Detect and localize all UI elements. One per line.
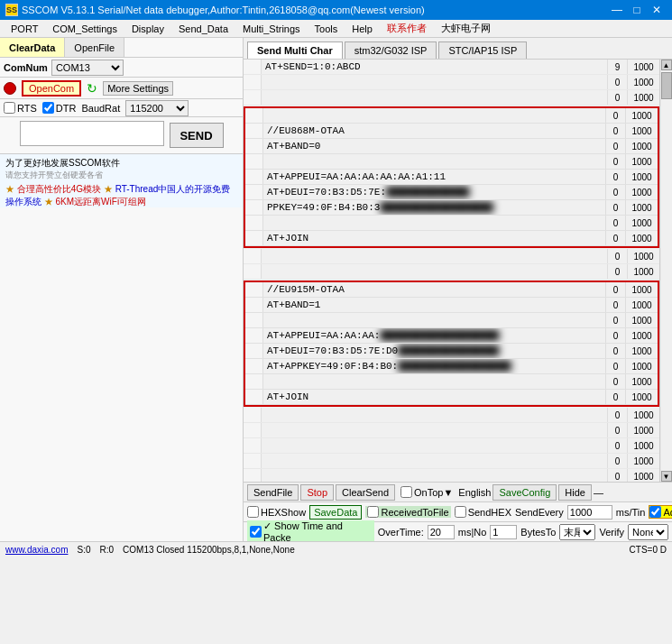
row-count[interactable]: 0	[605, 200, 625, 215]
row-count[interactable]: 0	[605, 344, 625, 358]
row-content[interactable]	[262, 469, 607, 482]
tab-openfile[interactable]: OpenFile	[65, 38, 124, 57]
vertical-scrollbar[interactable]: ▲ ▼	[659, 60, 672, 482]
row-count[interactable]: 0	[607, 408, 627, 422]
savedata-button[interactable]: SaveData	[309, 505, 362, 520]
row-content[interactable]: AT+BAND=1	[263, 298, 605, 312]
tail-select[interactable]: 末尾	[559, 524, 595, 540]
comnum-select[interactable]: COM13	[51, 60, 124, 76]
no-input[interactable]	[490, 525, 517, 539]
row-content[interactable]: //EU868M-OTAA	[263, 124, 605, 138]
tab-cleardata[interactable]: ClearData	[0, 38, 65, 57]
opencom-button[interactable]: OpenCom	[22, 80, 81, 97]
row-delay[interactable]: 1000	[625, 374, 658, 389]
row-count[interactable]: 0	[607, 264, 627, 279]
row-content[interactable]: AT+APPKEY=49:0F:B4:B0:██████████████████…	[263, 359, 605, 373]
row-delay[interactable]: 1000	[625, 344, 658, 358]
sendfile-button[interactable]: SendFile	[247, 484, 299, 501]
row-delay[interactable]: 1000	[625, 390, 658, 404]
row-delay[interactable]: 1000	[625, 200, 658, 215]
send-button[interactable]: SEND	[170, 123, 224, 148]
dtr-checkbox[interactable]	[42, 102, 54, 114]
row-delay[interactable]: 1000	[627, 90, 659, 105]
row-count[interactable]: 0	[607, 90, 627, 105]
menu-com-settings[interactable]: COM_Settings	[45, 22, 124, 36]
row-count[interactable]: 0	[607, 454, 627, 468]
row-content[interactable]: PPKEY=49:0F:B4:B0:3███████████████████	[263, 200, 605, 215]
showtime-label[interactable]: ✓ Show Time and Packe	[247, 520, 374, 541]
addcrlf-checkbox[interactable]	[649, 506, 661, 518]
send-input[interactable]	[20, 121, 164, 146]
row-content[interactable]	[262, 454, 607, 468]
row-content[interactable]	[262, 423, 607, 437]
hexshow-checkbox[interactable]	[247, 506, 259, 518]
row-content[interactable]	[263, 216, 605, 230]
scroll-track[interactable]	[661, 70, 672, 471]
row-delay[interactable]: 1000	[625, 328, 658, 343]
menu-daxia[interactable]: 大虾电子网	[434, 20, 498, 37]
row-count[interactable]: 0	[605, 374, 625, 389]
menu-multi-strings[interactable]: Multi_Strings	[235, 22, 308, 36]
row-delay[interactable]: 1000	[625, 154, 658, 169]
row-content[interactable]: AT+SEND=1:0:ABCD	[262, 60, 607, 74]
row-delay[interactable]: 1000	[627, 264, 659, 279]
row-delay[interactable]: 1000	[627, 408, 659, 422]
row-count[interactable]: 0	[605, 298, 625, 312]
tab-stm32[interactable]: stm32/G032 ISP	[345, 41, 437, 59]
row-count[interactable]: 0	[605, 313, 625, 327]
row-delay[interactable]: 1000	[625, 124, 658, 138]
row-content[interactable]	[262, 438, 607, 453]
tab-send-multi-char[interactable]: Send Multi Char	[247, 41, 343, 59]
stop-button[interactable]: Stop	[300, 484, 334, 501]
row-content[interactable]: AT+APPEUI=AA:AA:AA:████████████████████	[263, 328, 605, 343]
row-count[interactable]: 0	[605, 185, 625, 199]
addcrlf-label[interactable]: AddCrLf	[649, 505, 672, 519]
row-content[interactable]: AT+BAND=0	[263, 139, 605, 153]
showtime-checkbox[interactable]	[250, 526, 262, 538]
verify-select[interactable]: None	[628, 524, 668, 540]
row-content[interactable]: AT+JOIN	[263, 390, 605, 404]
sendevery-input[interactable]	[567, 505, 612, 520]
row-count[interactable]: 0	[605, 108, 625, 123]
row-content[interactable]: //EU915M-OTAA	[263, 282, 605, 297]
row-content[interactable]	[263, 374, 605, 389]
scroll-thumb[interactable]	[661, 72, 672, 99]
row-count[interactable]: 0	[605, 390, 625, 404]
row-content[interactable]	[262, 249, 607, 263]
sendhex-label[interactable]: SendHEX	[455, 506, 511, 518]
row-content[interactable]: AT+DEUI=70:B3:D5:7E:██████████████	[263, 185, 605, 199]
row-delay[interactable]: 1000	[625, 139, 658, 153]
row-count[interactable]: 0	[607, 249, 627, 263]
row-count[interactable]: 0	[605, 154, 625, 169]
row-count[interactable]: 0	[607, 423, 627, 437]
row-content[interactable]: AT+APPEUI=AA:AA:AA:AA:AA:A1:11	[263, 170, 605, 184]
row-delay[interactable]: 1000	[627, 454, 659, 468]
receivedtofile-label[interactable]: ReceivedToFile	[365, 506, 450, 518]
website-link[interactable]: www.daxia.com	[5, 545, 68, 555]
scroll-down-arrow[interactable]: ▼	[661, 471, 672, 482]
row-content[interactable]	[263, 108, 605, 123]
menu-port[interactable]: PORT	[4, 22, 45, 36]
hide-button[interactable]: Hide	[558, 484, 592, 501]
row-delay[interactable]: 1000	[625, 170, 658, 184]
menu-help[interactable]: Help	[345, 22, 380, 36]
row-delay[interactable]: 1000	[627, 438, 659, 453]
sendhex-checkbox[interactable]	[455, 506, 466, 518]
clearsend-button[interactable]: ClearSend	[336, 484, 395, 501]
row-count[interactable]: 9	[607, 60, 627, 74]
overtime-input[interactable]	[428, 525, 455, 539]
row-delay[interactable]: 1000	[625, 108, 658, 123]
row-delay[interactable]: 1000	[625, 313, 658, 327]
row-content[interactable]	[263, 313, 605, 327]
dtr-checkbox-label[interactable]: DTR	[42, 102, 77, 114]
menu-send-data[interactable]: Send_Data	[171, 22, 235, 36]
close-button[interactable]: ✕	[647, 0, 667, 20]
row-count[interactable]: 0	[605, 282, 625, 297]
row-delay[interactable]: 1000	[625, 185, 658, 199]
row-count[interactable]: 0	[607, 469, 627, 482]
row-content[interactable]	[263, 154, 605, 169]
row-delay[interactable]: 1000	[625, 298, 658, 312]
more-settings-button[interactable]: More Settings	[103, 81, 173, 96]
saveconfig-button[interactable]: SaveConfig	[492, 484, 557, 501]
row-content[interactable]	[262, 75, 607, 89]
